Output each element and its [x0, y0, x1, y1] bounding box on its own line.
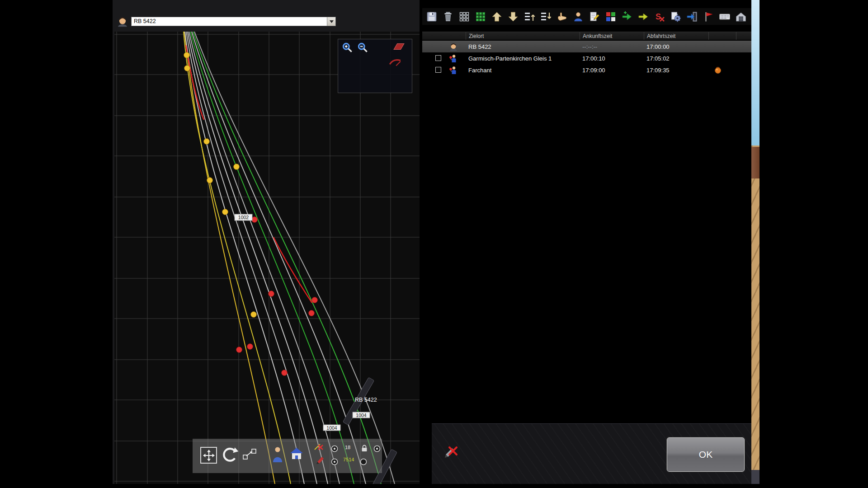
- depot-icon[interactable]: [735, 10, 747, 23]
- switch-alarm-icon[interactable]: [314, 442, 325, 451]
- row-departure: 17:05:02: [644, 55, 708, 62]
- schedule-panel: S Zielort Ankunftszeit Abfahrtszeit: [422, 0, 751, 484]
- track-label: 1004: [356, 413, 367, 418]
- grid-filled-icon[interactable]: [474, 10, 487, 23]
- zoom-out-button[interactable]: [357, 42, 370, 54]
- profile-view-icon[interactable]: [389, 57, 401, 69]
- train-selector[interactable]: RB 5422: [131, 17, 336, 26]
- header-select-column: [422, 32, 466, 40]
- pick-icon[interactable]: [556, 10, 568, 23]
- row-departure: 17:09:35: [644, 67, 708, 74]
- stop-checkbox[interactable]: [435, 67, 441, 73]
- radio-option-icon[interactable]: [331, 445, 338, 452]
- whistle-icon[interactable]: [714, 66, 722, 75]
- follow-driver-button[interactable]: [271, 446, 284, 463]
- svg-text:S: S: [656, 12, 661, 21]
- terrain: [751, 145, 760, 470]
- track-label: 1004: [326, 425, 337, 431]
- row-arrival: --:--:--: [580, 43, 644, 50]
- header-arrival[interactable]: Ankunftszeit: [580, 32, 644, 40]
- row-destination: Farchant: [466, 67, 580, 74]
- insert-below-icon[interactable]: [539, 10, 552, 23]
- odometer-value: 7514: [343, 457, 354, 462]
- app-window: RB 5422: [0, 0, 868, 488]
- row-arrival: 17:00:10: [580, 55, 644, 62]
- keypad-icon[interactable]: [718, 10, 731, 23]
- main-signal-dots[interactable]: [236, 217, 318, 376]
- header-extra-column: [708, 32, 736, 40]
- zoom-in-button[interactable]: [342, 42, 354, 54]
- track-diagram-canvas[interactable]: 1002 1004 1004 RB 5422: [114, 32, 420, 484]
- world-bottom-strip: [751, 470, 760, 484]
- circle-option-icon[interactable]: [360, 458, 367, 465]
- train-name-label: RB 5422: [355, 397, 377, 403]
- header-end-column: [736, 32, 751, 40]
- driver-avatar-icon: [117, 15, 128, 27]
- remove-stop-icon[interactable]: S: [653, 10, 666, 23]
- jump-to-object-button[interactable]: [242, 448, 257, 460]
- row-destination: RB 5422: [466, 43, 580, 50]
- pan-arrows-icon: [203, 450, 215, 461]
- move-down-icon[interactable]: [507, 10, 519, 23]
- home-view-button[interactable]: [289, 446, 304, 460]
- row-destination: Garmisch-Partenkirchen Gleis 1: [466, 55, 580, 62]
- driver-avatar-icon: [449, 42, 458, 51]
- insert-route-icon[interactable]: [637, 10, 650, 23]
- edit-pen-icon[interactable]: [316, 455, 326, 464]
- radio-option-icon[interactable]: [373, 445, 381, 452]
- header-destination[interactable]: Zielort: [466, 32, 580, 40]
- person-icon: [271, 446, 284, 463]
- timetable-rows: RB 5422 --:--:-- 17:00:00 Garmisch-Parte…: [422, 41, 751, 76]
- rotate-icon: [221, 446, 239, 464]
- ok-button[interactable]: OK: [667, 437, 745, 472]
- row-arrival: 17:09:00: [580, 67, 644, 74]
- rotate-view-button[interactable]: [221, 446, 239, 464]
- grid-outline-icon[interactable]: [458, 10, 471, 23]
- dialog-footer: OK: [432, 423, 751, 484]
- table-row-stop[interactable]: Garmisch-Partenkirchen Gleis 1 17:00:10 …: [422, 52, 751, 64]
- table-row-stop[interactable]: Farchant 17:09:00 17:09:35: [422, 64, 751, 76]
- sky: [751, 0, 760, 145]
- train-selector-value: RB 5422: [132, 17, 327, 26]
- track-label: 1002: [238, 215, 249, 220]
- flag-icon[interactable]: [702, 10, 715, 23]
- cancel-edit-icon[interactable]: [443, 445, 458, 460]
- route-settings-icon[interactable]: [670, 10, 682, 23]
- conductor-icon: [449, 66, 458, 75]
- link-squares-icon: [242, 448, 257, 460]
- radio-option-icon[interactable]: [331, 458, 338, 465]
- header-departure[interactable]: Abfahrtszeit: [644, 32, 708, 40]
- world-view-sliver: [751, 0, 760, 484]
- row-departure: 17:00:00: [644, 43, 708, 50]
- color-grid-icon[interactable]: [604, 10, 617, 23]
- stop-checkbox[interactable]: [435, 55, 441, 61]
- building: [751, 147, 760, 178]
- save-icon[interactable]: [425, 10, 438, 23]
- move-up-icon[interactable]: [491, 10, 503, 23]
- import-route-icon[interactable]: [686, 10, 698, 23]
- gradient-view-icon[interactable]: [393, 42, 406, 53]
- lock-icon[interactable]: [361, 444, 368, 452]
- track-number-labels: 1002 1004 1004 RB 5422: [235, 214, 377, 431]
- map-view-panel: [338, 39, 412, 93]
- chevron-down-icon[interactable]: [327, 17, 335, 26]
- track-diagram: 1002 1004 1004 RB 5422: [114, 32, 420, 484]
- timetable-header: Zielort Ankunftszeit Abfahrtszeit: [422, 32, 751, 40]
- delete-icon[interactable]: [442, 10, 454, 23]
- table-row-train[interactable]: RB 5422 --:--:-- 17:00:00: [422, 41, 751, 52]
- route-map-panel: RB 5422: [113, 0, 420, 484]
- add-driver-icon[interactable]: [572, 10, 585, 23]
- insert-above-icon[interactable]: [523, 10, 536, 23]
- schedule-toolbar: S: [422, 8, 751, 25]
- edit-schedule-icon[interactable]: [588, 10, 601, 23]
- append-route-icon[interactable]: [621, 10, 633, 23]
- pan-tool-button[interactable]: [200, 447, 217, 464]
- map-toolbar: 18 7514: [193, 439, 382, 473]
- speed-value: 18: [345, 445, 350, 450]
- conductor-icon: [449, 54, 458, 63]
- house-icon: [289, 446, 304, 460]
